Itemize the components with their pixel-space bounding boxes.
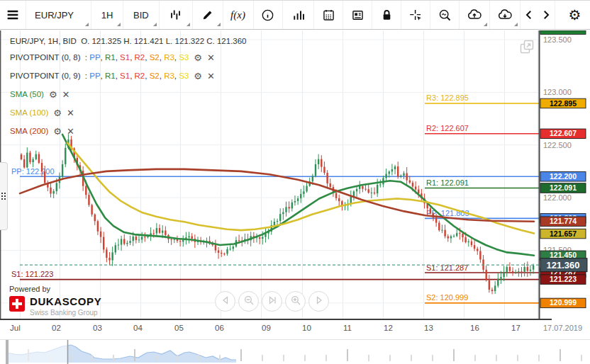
calendar-icon — [321, 8, 336, 23]
dropdown-corner-icon — [85, 23, 89, 26]
svg-text:04: 04 — [133, 324, 143, 332]
svg-text:17.07.2019: 17.07.2019 — [543, 324, 582, 332]
pivot-series-label: S2 — [150, 72, 160, 80]
news-button[interactable] — [343, 1, 372, 29]
svg-text:Jul: Jul — [10, 324, 21, 332]
powered-by-label: Powered by — [9, 285, 101, 293]
svg-text:11: 11 — [343, 324, 352, 332]
brand-name: DUKASCOPY — [30, 296, 101, 307]
hamburger-icon — [5, 7, 21, 23]
indicator-remove-icon[interactable]: ✕ — [207, 52, 215, 63]
price-side-selector[interactable]: BID — [123, 1, 160, 29]
zoom-in-button[interactable] — [285, 291, 306, 312]
svg-text:121.223: 121.223 — [550, 275, 577, 283]
pivot-series-label: R1 — [105, 53, 116, 62]
crosshair-button[interactable] — [401, 1, 430, 29]
pivot-series-label: R3 — [164, 53, 174, 62]
indicator-remove-icon[interactable]: ✕ — [67, 108, 74, 118]
svg-text:122.091: 122.091 — [550, 183, 577, 192]
pivot-series-label: R2 — [135, 53, 145, 62]
navigator-canvas[interactable] — [0, 340, 590, 364]
indicator-settings-gear-icon[interactable]: ⚙ — [194, 52, 202, 63]
detach-chart-button[interactable] — [518, 38, 535, 55]
chevron-right-icon — [540, 8, 552, 21]
svg-text:R1: 122.091: R1: 122.091 — [426, 178, 469, 187]
indicator-name: PIVOTPOINT (0, 8) — [10, 53, 80, 62]
svg-text:123.500: 123.500 — [543, 35, 572, 44]
svg-text:12: 12 — [384, 324, 393, 332]
chart-window: EUR/JPY 1H BID f(x) — [0, 0, 590, 364]
play-button[interactable] — [308, 291, 329, 312]
instrument-label: EUR/JPY — [35, 10, 74, 21]
brand-block: Powered by DUKASCOPY Swiss Banking Group — [9, 285, 101, 317]
back-button[interactable] — [521, 1, 538, 29]
indicator-remove-icon[interactable]: ✕ — [62, 89, 70, 100]
step-forward-icon — [267, 295, 278, 308]
indicator-settings-gear-icon[interactable]: ⚙ — [53, 126, 62, 137]
svg-text:06: 06 — [215, 324, 224, 332]
step-back-button[interactable] — [215, 291, 235, 312]
histogram-button[interactable] — [283, 1, 315, 29]
indicator-name: PIVOTPOINT (0, 9) — [10, 72, 80, 80]
indicator-settings-gear-icon[interactable]: ⚙ — [194, 71, 202, 81]
indicator-settings-gear-icon[interactable]: ⚙ — [49, 89, 57, 100]
menu-button[interactable] — [0, 1, 26, 29]
forward-button[interactable] — [538, 1, 555, 29]
cloud-download-icon — [497, 7, 513, 23]
indicator-settings-gear-icon[interactable]: ⚙ — [53, 108, 62, 118]
svg-text:S1: 121.287: S1: 121.287 — [426, 263, 468, 272]
indicators-button[interactable]: f(x) — [223, 1, 254, 29]
settings-button[interactable]: ⚙ — [560, 1, 590, 29]
dropdown-corner-icon — [514, 23, 518, 26]
indicator-remove-icon[interactable]: ✕ — [67, 126, 74, 137]
histogram-icon — [291, 8, 306, 23]
info-button[interactable] — [254, 1, 283, 29]
candlestick-icon — [168, 7, 184, 23]
dropdown-corner-icon — [117, 23, 121, 26]
time-navigator[interactable] — [0, 339, 590, 364]
save-workspace-button[interactable] — [460, 1, 490, 29]
svg-text:122.607: 122.607 — [550, 129, 577, 137]
chart-zoom-button[interactable] — [430, 1, 460, 29]
gear-icon: ⚙ — [569, 8, 581, 22]
load-workspace-button[interactable] — [490, 1, 521, 29]
svg-text:122.500: 122.500 — [543, 141, 572, 149]
indicator-remove-icon[interactable]: ✕ — [207, 71, 215, 81]
svg-text:10: 10 — [302, 324, 311, 332]
magnifier-chart-icon — [438, 8, 452, 23]
pivot-series-label: S2 — [150, 53, 160, 62]
pencil-icon — [201, 8, 215, 22]
side-drawer-handle[interactable] — [0, 162, 8, 230]
chart-type-button[interactable] — [160, 1, 193, 29]
svg-text:17: 17 — [511, 324, 521, 332]
pivot-series-label: R2 — [135, 72, 145, 80]
instrument-selector[interactable]: EUR/JPY — [26, 1, 91, 29]
lock-icon — [379, 8, 394, 23]
indicator-row: SMA (50)⚙✕ — [10, 85, 247, 103]
pivot-series-label: PP — [89, 53, 100, 62]
svg-text:S2: 120.999: S2: 120.999 — [426, 293, 468, 302]
fx-icon: f(x) — [230, 9, 245, 21]
step-forward-button[interactable] — [262, 291, 282, 312]
svg-text:122.895: 122.895 — [550, 99, 577, 108]
indicator-row: SMA (200)⚙✕ — [10, 122, 247, 140]
calendar-button[interactable] — [314, 1, 343, 29]
dropdown-corner-icon — [187, 23, 190, 26]
magnifier-minus-icon — [243, 295, 255, 308]
svg-text:13: 13 — [424, 324, 433, 332]
svg-text:PP: 122.200: PP: 122.200 — [11, 167, 55, 176]
indicator-row: PIVOTPOINT (0, 9) : PP, R1, S1, R2, S2, … — [10, 67, 247, 85]
zoom-out-button[interactable] — [238, 291, 259, 312]
draw-button[interactable] — [193, 1, 223, 29]
news-icon — [350, 8, 365, 23]
svg-text:R2: 122.607: R2: 122.607 — [426, 124, 469, 132]
pivot-series-label: S3 — [179, 72, 189, 80]
period-selector[interactable]: 1H — [91, 1, 123, 29]
ohlc-info-row: EUR/JPY, 1H, BID O. 121.325 H. 121.421 L… — [10, 34, 247, 48]
svg-text:123.000: 123.000 — [543, 88, 572, 96]
pivot-series-label: R1 — [105, 72, 116, 80]
indicator-name: SMA (200) — [10, 127, 48, 135]
dukascopy-logo-icon — [9, 296, 25, 312]
lock-button[interactable] — [372, 1, 401, 29]
pivot-series-label: R3 — [164, 72, 174, 80]
